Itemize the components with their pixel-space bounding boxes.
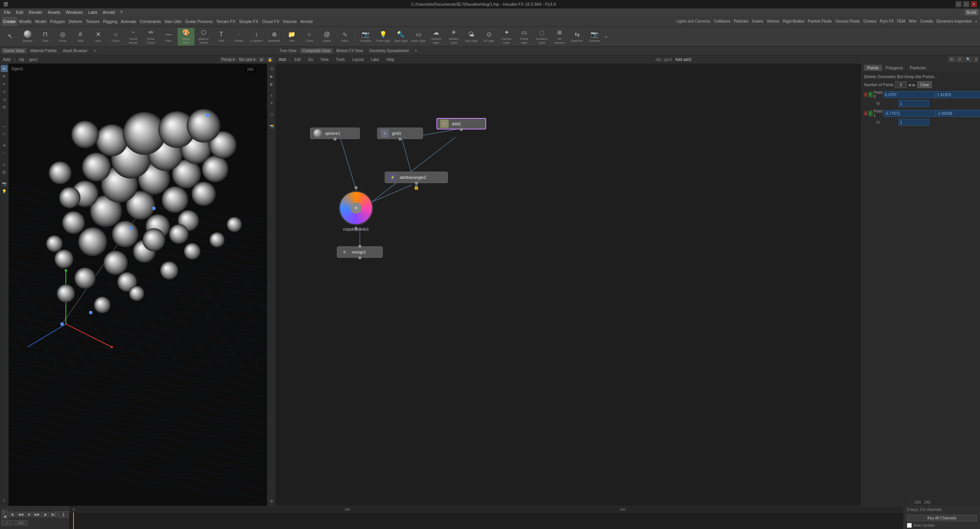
tool-rigidbodies[interactable]: Rigid Bodies bbox=[781, 17, 806, 26]
tool-causticlight[interactable]: ✦ Caustic Light bbox=[498, 28, 515, 46]
polygons-tab[interactable]: Polygons bbox=[883, 65, 906, 71]
tool-grid[interactable]: # Grid bbox=[72, 28, 89, 46]
scene-view-tab[interactable]: Scene View bbox=[2, 48, 26, 53]
vp-toggle[interactable]: ⊞ bbox=[258, 57, 265, 62]
tool-points[interactable]: · Points bbox=[230, 28, 247, 46]
decrement-btn[interactable]: ◀ bbox=[908, 83, 911, 87]
cat-volume[interactable]: Volume bbox=[281, 17, 299, 26]
cat-deform[interactable]: Deform bbox=[67, 17, 84, 26]
sphere1-output[interactable] bbox=[333, 138, 336, 141]
node-sphere1[interactable]: sphere1 bbox=[310, 128, 360, 139]
cat-create[interactable]: Create bbox=[2, 17, 17, 26]
point0-enable-btn[interactable]: ✓ bbox=[869, 92, 872, 97]
play-btn[interactable]: ▶▶ bbox=[33, 512, 42, 517]
camera-tool[interactable]: 📷 bbox=[1, 180, 8, 187]
edges-mode[interactable]: — bbox=[1, 123, 8, 129]
point0-w-input[interactable] bbox=[898, 100, 929, 107]
cat-animate[interactable]: Animate bbox=[119, 17, 138, 26]
tool-gilight[interactable]: ⊙ GI Light bbox=[480, 28, 497, 46]
rotate-tool[interactable]: ↺ bbox=[1, 88, 8, 95]
screenshot[interactable]: 📸 bbox=[268, 123, 275, 129]
close-button[interactable]: ✕ bbox=[971, 1, 977, 7]
ne-view-tab[interactable]: View bbox=[317, 57, 332, 62]
start-frame-input[interactable] bbox=[2, 520, 12, 526]
light-tool[interactable]: 💡 bbox=[1, 188, 8, 195]
ne-go-tab[interactable]: Go bbox=[305, 57, 316, 62]
tool-font[interactable]: T Font bbox=[213, 28, 230, 46]
tool-select[interactable]: ↖ bbox=[2, 28, 18, 46]
vp-lock[interactable]: 🔒 bbox=[266, 57, 274, 62]
maximize-button[interactable]: □ bbox=[963, 1, 969, 7]
merge1-input[interactable] bbox=[358, 245, 361, 248]
tool-camera[interactable]: 📷 Camera bbox=[357, 28, 374, 46]
tool-dynamicsinspect[interactable]: Dynamics Inspection bbox=[935, 17, 973, 26]
constraints-tool[interactable]: ⛓ bbox=[1, 169, 8, 175]
tool-vrcamera[interactable]: ⊛ VR Camera bbox=[551, 28, 568, 46]
next-frame-btn[interactable]: ▶ bbox=[42, 512, 49, 517]
tool-volumelight[interactable]: ☁ Volume Light bbox=[428, 28, 444, 46]
ne-tools-tab[interactable]: Tools bbox=[333, 57, 348, 62]
grid-options[interactable]: # bbox=[268, 100, 275, 106]
tool-spraypaint[interactable]: 🎨 Spray Paint bbox=[178, 28, 194, 46]
point1-enable-btn[interactable]: ✓ bbox=[869, 111, 872, 116]
merge1-output[interactable] bbox=[358, 256, 361, 259]
point0-x-input[interactable] bbox=[884, 91, 935, 98]
point0-delete-btn[interactable]: ✕ bbox=[864, 92, 867, 97]
tool-pointlight[interactable]: 💡 Point Light bbox=[375, 28, 392, 46]
cat-model[interactable]: Model bbox=[33, 17, 48, 26]
menu-build[interactable]: Build bbox=[965, 9, 978, 15]
display-options[interactable]: ⊡ bbox=[268, 65, 275, 72]
select-tool[interactable]: ↖ bbox=[1, 65, 8, 72]
asset-browser-tab[interactable]: Asset Browser bbox=[60, 48, 90, 53]
tool-viscousfluids[interactable]: Viscous Fluids bbox=[834, 17, 861, 26]
tool-oceans[interactable]: Oceans bbox=[862, 17, 878, 26]
cat-texture[interactable]: Texture bbox=[84, 17, 101, 26]
ne-help-tab[interactable]: Help bbox=[384, 57, 398, 62]
tool-helix[interactable]: ∿ Helix bbox=[336, 28, 353, 46]
last-frame-btn[interactable]: ▶| bbox=[50, 512, 57, 517]
render-toggle[interactable]: ▶ bbox=[268, 73, 275, 80]
tool-spiral[interactable]: @ Spiral bbox=[318, 28, 335, 46]
stop-btn[interactable]: ■ bbox=[26, 512, 32, 517]
cat-constraints[interactable]: Constraints bbox=[138, 17, 163, 26]
increment-btn[interactable]: ▶ bbox=[913, 83, 916, 87]
move-tool[interactable]: ✦ bbox=[1, 80, 8, 87]
soft-select[interactable]: ○ bbox=[1, 149, 8, 156]
ne-info[interactable]: ℹ bbox=[973, 57, 978, 62]
tool-grains[interactable]: Grains bbox=[750, 17, 764, 26]
add-panel-btn[interactable]: + bbox=[91, 48, 98, 53]
persp-btn[interactable]: Persp ▾ bbox=[220, 57, 237, 62]
tool-particles[interactable]: Particles bbox=[732, 17, 750, 26]
tool-circle[interactable]: ○ Circle bbox=[107, 28, 124, 46]
overlay-options[interactable]: ≡ bbox=[268, 92, 275, 99]
tool-pyrofx[interactable]: Pyro FX bbox=[879, 17, 895, 26]
ne-search[interactable]: 🔍 bbox=[964, 57, 972, 62]
prev-frame-btn[interactable]: ◀ bbox=[9, 512, 15, 517]
node-grid1[interactable]: # grid1 bbox=[377, 128, 423, 139]
node-attribwrangle2[interactable]: ⚡ attribwrangle2 🔒 bbox=[385, 172, 448, 183]
cat-hair[interactable]: Hair Utils bbox=[163, 17, 183, 26]
timeline-bar[interactable] bbox=[69, 513, 903, 529]
tool-sphere[interactable]: Sphere bbox=[19, 28, 36, 46]
tool-null[interactable]: ✕ Null bbox=[90, 28, 106, 46]
menu-windows[interactable]: Windows bbox=[64, 9, 85, 15]
tool-arealight[interactable]: ▭ Area Light bbox=[410, 28, 427, 46]
cat-modify[interactable]: Modify bbox=[18, 17, 33, 26]
menu-file[interactable]: File bbox=[2, 9, 13, 15]
transform-tool[interactable]: ⊞ bbox=[1, 103, 8, 110]
scale-tool[interactable]: ⇲ bbox=[1, 96, 8, 103]
particles-tab[interactable]: Particles bbox=[907, 65, 929, 71]
key-all-channels-btn[interactable]: Key All Channels bbox=[907, 515, 977, 521]
faces-mode[interactable]: ▭ bbox=[1, 130, 8, 137]
playhead[interactable] bbox=[73, 513, 74, 529]
geometry-spreadsheet-tab[interactable]: Geometry Spreadsheet bbox=[367, 48, 411, 53]
cat-arnold[interactable]: Arnold bbox=[299, 17, 314, 26]
node-copytopoints1[interactable]: ✦ copytopoints1 bbox=[339, 191, 373, 231]
menu-assets[interactable]: Assets bbox=[46, 9, 63, 15]
end-frame-input[interactable] bbox=[14, 520, 28, 526]
point1-delete-btn[interactable]: ✕ bbox=[864, 111, 867, 116]
tool-collisions[interactable]: Collisions bbox=[712, 17, 732, 26]
cat-terrain[interactable]: Terrain FX bbox=[214, 17, 237, 26]
tool-lsystem[interactable]: ↕ L-System bbox=[248, 28, 265, 46]
points-tab[interactable]: Points bbox=[864, 65, 882, 71]
